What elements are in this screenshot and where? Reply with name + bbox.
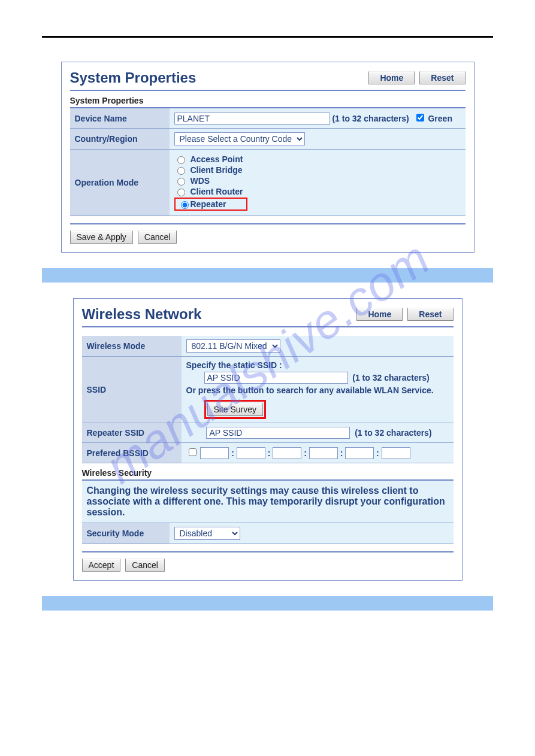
page-top-rule bbox=[42, 36, 493, 38]
repeater-ssid-input[interactable] bbox=[206, 427, 350, 439]
separator-bar-1 bbox=[42, 268, 493, 283]
separator-bar-2 bbox=[42, 596, 493, 611]
bssid-field-1[interactable] bbox=[200, 447, 229, 459]
operation-mode-label: Operation Mode bbox=[70, 150, 170, 216]
section-header-wireless-security: Wireless Security bbox=[82, 463, 454, 481]
accept-button[interactable]: Accept bbox=[82, 558, 121, 572]
device-name-hint: (1 to 32 characters) bbox=[332, 114, 409, 123]
ssid-label: SSID bbox=[82, 357, 182, 423]
country-region-select[interactable]: Please Select a Country Code bbox=[174, 132, 305, 145]
prefered-bssid-checkbox[interactable] bbox=[189, 448, 197, 456]
opmode-radio-wds[interactable] bbox=[177, 178, 185, 186]
device-name-input[interactable] bbox=[174, 113, 330, 125]
opmode-label-client-bridge: Client Bridge bbox=[191, 165, 243, 175]
reset-button[interactable]: Reset bbox=[419, 71, 465, 84]
opmode-radio-client-router[interactable] bbox=[177, 189, 185, 196]
opmode-label-repeater: Repeater bbox=[191, 199, 244, 209]
opmode-label-access-point: Access Point bbox=[191, 154, 243, 164]
opmode-radio-access-point[interactable] bbox=[177, 156, 185, 164]
save-apply-button[interactable]: Save & Apply bbox=[70, 230, 133, 244]
specify-ssid-label: Specify the static SSID : bbox=[186, 360, 449, 370]
bssid-field-2[interactable] bbox=[237, 447, 265, 459]
panel-title-system-properties: System Properties bbox=[70, 69, 197, 86]
system-properties-table: Device Name (1 to 32 characters) Green C… bbox=[70, 108, 466, 216]
bssid-field-5[interactable] bbox=[345, 447, 374, 459]
home-button[interactable]: Home bbox=[368, 71, 415, 84]
cancel-button[interactable]: Cancel bbox=[125, 558, 165, 572]
reset-button[interactable]: Reset bbox=[407, 308, 453, 321]
opmode-radio-client-bridge[interactable] bbox=[177, 167, 185, 175]
ssid-hint: (1 to 32 characters) bbox=[352, 373, 429, 382]
wireless-mode-label: Wireless Mode bbox=[82, 336, 182, 357]
opmode-label-client-router: Client Router bbox=[191, 187, 243, 196]
device-name-label: Device Name bbox=[70, 108, 170, 129]
security-mode-select[interactable]: Disabled bbox=[174, 527, 240, 540]
security-mode-label: Security Mode bbox=[82, 523, 170, 544]
wireless-network-panel: Wireless Network Home Reset Wireless Mod… bbox=[73, 298, 463, 581]
bssid-field-4[interactable] bbox=[309, 447, 338, 459]
section-header-system-properties: System Properties bbox=[70, 91, 466, 108]
bssid-field-6[interactable] bbox=[382, 447, 410, 459]
green-label: Green bbox=[428, 114, 452, 123]
repeater-ssid-label: Repeater SSID bbox=[82, 423, 182, 443]
wireless-mode-select[interactable]: 802.11 B/G/N Mixed bbox=[186, 339, 280, 353]
panel-title-wireless-network: Wireless Network bbox=[82, 306, 202, 323]
site-survey-button[interactable]: Site Survey bbox=[207, 403, 264, 416]
repeater-ssid-hint: (1 to 32 characters) bbox=[355, 428, 431, 438]
or-press-label: Or press the button to search for any av… bbox=[186, 385, 449, 395]
opmode-label-wds: WDS bbox=[191, 176, 210, 186]
cancel-button[interactable]: Cancel bbox=[138, 230, 177, 244]
wireless-network-table: Wireless Mode 802.11 B/G/N Mixed SSID Sp… bbox=[82, 336, 454, 463]
home-button[interactable]: Home bbox=[356, 308, 403, 321]
prefered-bssid-label: Prefered BSSID bbox=[82, 443, 182, 463]
wireless-security-note: Changing the wireless security settings … bbox=[82, 481, 454, 523]
country-region-label: Country/Region bbox=[70, 129, 170, 150]
bssid-field-3[interactable] bbox=[273, 447, 301, 459]
opmode-radio-repeater[interactable] bbox=[181, 201, 189, 209]
green-checkbox[interactable] bbox=[416, 114, 424, 122]
system-properties-panel: System Properties Home Reset System Prop… bbox=[61, 62, 474, 253]
ssid-input[interactable] bbox=[204, 372, 348, 384]
